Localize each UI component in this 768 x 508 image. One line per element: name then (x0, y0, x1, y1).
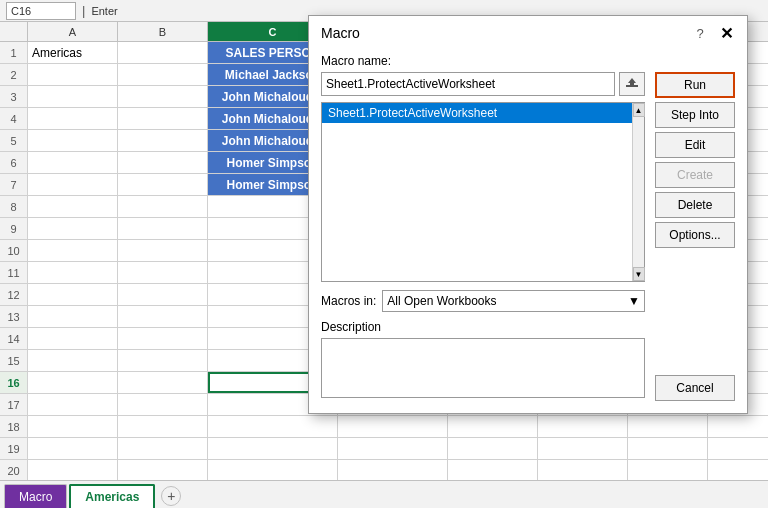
create-button[interactable]: Create (655, 162, 735, 188)
cell-f[interactable] (538, 460, 628, 480)
cell-d[interactable] (338, 460, 448, 480)
cell-c[interactable] (208, 416, 338, 437)
cell-a[interactable] (28, 152, 118, 173)
cell-a[interactable] (28, 64, 118, 85)
cell-a[interactable] (28, 174, 118, 195)
cell-b[interactable] (118, 438, 208, 459)
dialog-title-bar: Macro ? ✕ (309, 16, 747, 46)
cell-c[interactable] (208, 460, 338, 480)
cell-a[interactable] (28, 240, 118, 261)
cell-b[interactable] (118, 42, 208, 63)
row-number: 15 (0, 350, 28, 371)
cell-e[interactable] (448, 460, 538, 480)
macro-name-input[interactable] (321, 72, 615, 96)
cell-a[interactable] (28, 218, 118, 239)
row-number: 19 (0, 438, 28, 459)
cell-b[interactable] (118, 196, 208, 217)
cell-a[interactable] (28, 196, 118, 217)
description-label: Description (321, 320, 645, 334)
row-number: 20 (0, 460, 28, 480)
dialog-left-panel: Macro name: (321, 54, 645, 401)
cell-a[interactable] (28, 372, 118, 393)
cell-b[interactable] (118, 284, 208, 305)
col-header-a: A (28, 22, 118, 41)
cell-a[interactable] (28, 130, 118, 151)
enter-indicator: Enter (91, 5, 117, 17)
cancel-button[interactable]: Cancel (655, 375, 735, 401)
cell-a[interactable] (28, 328, 118, 349)
delete-button[interactable]: Delete (655, 192, 735, 218)
dialog-right-panel: Run Step Into Edit Create Delete (655, 54, 735, 401)
row-number: 14 (0, 328, 28, 349)
macro-upload-button[interactable] (619, 72, 645, 96)
cell-g[interactable] (628, 416, 708, 437)
row-number: 4 (0, 108, 28, 129)
cell-a[interactable] (28, 284, 118, 305)
cell-b[interactable] (118, 174, 208, 195)
macro-name-label: Macro name: (321, 54, 645, 68)
row-number: 8 (0, 196, 28, 217)
cell-b[interactable] (118, 152, 208, 173)
cell-a[interactable]: Americas (28, 42, 118, 63)
cell-d[interactable] (338, 438, 448, 459)
cell-d[interactable] (338, 416, 448, 437)
scrollbar[interactable]: ▲ ▼ (632, 103, 644, 281)
cell-a[interactable] (28, 350, 118, 371)
cell-b[interactable] (118, 218, 208, 239)
cell-a[interactable] (28, 438, 118, 459)
cell-a[interactable] (28, 108, 118, 129)
cell-b[interactable] (118, 372, 208, 393)
cell-b[interactable] (118, 328, 208, 349)
cell-b[interactable] (118, 394, 208, 415)
description-textarea[interactable] (321, 338, 645, 398)
cell-g[interactable] (628, 438, 708, 459)
cell-b[interactable] (118, 64, 208, 85)
cell-a[interactable] (28, 460, 118, 480)
cell-b[interactable] (118, 130, 208, 151)
tab-americas[interactable]: Americas (69, 484, 155, 508)
cell-a[interactable] (28, 86, 118, 107)
cell-b[interactable] (118, 240, 208, 261)
row-number: 10 (0, 240, 28, 261)
cell-a[interactable] (28, 262, 118, 283)
options-button[interactable]: Options... (655, 222, 735, 248)
cell-b[interactable] (118, 350, 208, 371)
cell-e[interactable] (448, 438, 538, 459)
cell-b[interactable] (118, 460, 208, 480)
scroll-down-arrow[interactable]: ▼ (633, 267, 645, 281)
cell-f[interactable] (538, 438, 628, 459)
add-tab-button[interactable]: + (161, 486, 181, 506)
macro-list[interactable]: Sheet1.ProtectActiveWorksheet (322, 103, 632, 281)
macros-in-select[interactable]: All Open Workbooks ▼ (382, 290, 645, 312)
cell-e[interactable] (448, 416, 538, 437)
tab-macro[interactable]: Macro (4, 484, 67, 508)
step-into-button[interactable]: Step Into (655, 102, 735, 128)
close-button[interactable]: ✕ (717, 24, 735, 42)
scroll-up-arrow[interactable]: ▲ (633, 103, 645, 117)
col-header-b: B (118, 22, 208, 41)
help-button[interactable]: ? (691, 24, 709, 42)
cell-b[interactable] (118, 262, 208, 283)
row-num-header (0, 22, 28, 41)
cell-b[interactable] (118, 416, 208, 437)
macro-list-item[interactable]: Sheet1.ProtectActiveWorksheet (322, 103, 632, 123)
cell-a[interactable] (28, 306, 118, 327)
row-number: 5 (0, 130, 28, 151)
macro-dialog[interactable]: Macro ? ✕ Macro name: (308, 15, 748, 414)
grid-row: 19 (0, 438, 768, 460)
cell-f[interactable] (538, 416, 628, 437)
cell-g[interactable] (628, 460, 708, 480)
cell-a[interactable] (28, 416, 118, 437)
run-button[interactable]: Run (655, 72, 735, 98)
cell-c[interactable] (208, 438, 338, 459)
row-number: 17 (0, 394, 28, 415)
macros-in-row: Macros in: All Open Workbooks ▼ (321, 290, 645, 312)
cell-a[interactable] (28, 394, 118, 415)
edit-button[interactable]: Edit (655, 132, 735, 158)
name-box[interactable]: C16 (6, 2, 76, 20)
dialog-body: Macro name: (309, 46, 747, 413)
cell-b[interactable] (118, 86, 208, 107)
cell-b[interactable] (118, 108, 208, 129)
cell-b[interactable] (118, 306, 208, 327)
row-number: 3 (0, 86, 28, 107)
